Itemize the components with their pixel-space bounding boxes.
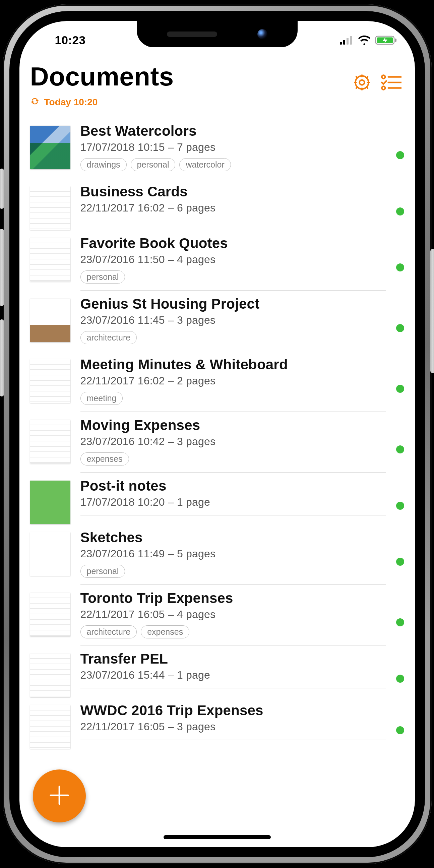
- document-content: Sketches23/07/2016 11:49 – 5 pagesperson…: [81, 529, 386, 585]
- tag-list: meeting: [81, 392, 386, 405]
- document-row[interactable]: Toronto Trip Expenses22/11/2017 16:05 – …: [20, 585, 415, 646]
- sync-status-dot: [396, 324, 404, 332]
- svg-point-7: [359, 80, 364, 85]
- svg-point-8: [355, 76, 368, 89]
- document-list[interactable]: Best Watercolors17/07/2018 10:15 – 7 pag…: [20, 118, 415, 847]
- document-row[interactable]: Transfer PEL23/07/2016 15:44 – 1 page: [20, 646, 415, 697]
- document-row[interactable]: Best Watercolors17/07/2018 10:15 – 7 pag…: [20, 118, 415, 178]
- document-thumbnail: [30, 653, 70, 697]
- sync-status-dot: [396, 151, 404, 159]
- document-row[interactable]: Moving Expenses23/07/2016 10:42 – 3 page…: [20, 412, 415, 472]
- tag-chip[interactable]: drawings: [81, 158, 127, 171]
- sync-status-dot: [396, 385, 404, 393]
- document-row[interactable]: WWDC 2016 Trip Expenses22/11/2017 16:05 …: [20, 697, 415, 749]
- add-document-button[interactable]: [33, 770, 86, 823]
- sync-status-dot: [396, 264, 404, 272]
- document-thumbnail: [30, 420, 70, 464]
- svg-point-12: [382, 86, 385, 90]
- document-meta: 17/07/2018 10:20 – 1 page: [81, 496, 386, 508]
- document-thumbnail: [30, 593, 70, 637]
- document-meta: 23/07/2016 11:49 – 5 pages: [81, 548, 386, 560]
- document-title: Meeting Minutes & Whiteboard: [81, 356, 386, 373]
- tag-chip[interactable]: watercolor: [179, 158, 230, 171]
- document-content: Meeting Minutes & Whiteboard22/11/2017 1…: [81, 356, 386, 412]
- tag-chip[interactable]: architecture: [81, 331, 137, 344]
- sync-status-dot: [396, 675, 404, 683]
- svg-rect-2: [346, 38, 348, 44]
- document-content: Transfer PEL23/07/2016 15:44 – 1 page: [81, 651, 386, 688]
- tag-chip[interactable]: expenses: [141, 625, 189, 639]
- sync-status-dot: [396, 558, 404, 566]
- tag-chip[interactable]: personal: [81, 271, 125, 283]
- document-row[interactable]: Favorite Book Quotes23/07/2016 11:50 – 4…: [20, 230, 415, 290]
- home-indicator: [163, 835, 271, 839]
- side-button: [0, 319, 4, 397]
- document-meta: 22/11/2017 16:02 – 2 pages: [81, 375, 386, 387]
- svg-rect-3: [350, 36, 352, 44]
- document-title: Post-it notes: [81, 478, 386, 494]
- svg-rect-6: [395, 38, 397, 42]
- tag-chip[interactable]: personal: [81, 565, 125, 578]
- tag-list: architecture: [81, 331, 386, 344]
- document-title: Genius St Housing Project: [81, 296, 386, 312]
- document-title: Best Watercolors: [81, 123, 386, 139]
- settings-button[interactable]: [352, 73, 371, 92]
- sync-status-dot: [396, 726, 404, 734]
- document-meta: 22/11/2017 16:02 – 6 pages: [81, 202, 386, 214]
- sync-label: Today 10:20: [44, 97, 98, 107]
- document-meta: 22/11/2017 16:05 – 4 pages: [81, 608, 386, 621]
- tag-chip[interactable]: meeting: [81, 392, 123, 405]
- document-title: Toronto Trip Expenses: [81, 590, 386, 606]
- document-meta: 23/07/2016 15:44 – 1 page: [81, 669, 386, 681]
- document-thumbnail: [30, 705, 70, 749]
- svg-rect-1: [343, 40, 345, 44]
- tag-chip[interactable]: expenses: [81, 453, 129, 465]
- document-row[interactable]: Sketches23/07/2016 11:49 – 5 pagesperson…: [20, 524, 415, 585]
- document-meta: 22/11/2017 16:05 – 3 pages: [81, 720, 386, 733]
- document-thumbnail: [30, 359, 70, 403]
- cellular-icon: [340, 36, 353, 44]
- document-thumbnail: [30, 480, 70, 524]
- document-title: Favorite Book Quotes: [81, 235, 386, 251]
- document-row[interactable]: Meeting Minutes & Whiteboard22/11/2017 1…: [20, 351, 415, 412]
- document-content: Favorite Book Quotes23/07/2016 11:50 – 4…: [81, 235, 386, 290]
- document-thumbnail: [30, 238, 70, 281]
- view-options-button[interactable]: [381, 73, 402, 92]
- battery-icon: [375, 35, 397, 45]
- document-content: WWDC 2016 Trip Expenses22/11/2017 16:05 …: [81, 703, 386, 740]
- document-row[interactable]: Business Cards22/11/2017 16:02 – 6 pages: [20, 178, 415, 230]
- wifi-icon: [358, 35, 371, 45]
- document-content: Moving Expenses23/07/2016 10:42 – 3 page…: [81, 417, 386, 472]
- tag-list: personal: [81, 271, 386, 283]
- tag-chip[interactable]: architecture: [81, 625, 137, 639]
- document-title: Sketches: [81, 529, 386, 546]
- tag-list: personal: [81, 565, 386, 578]
- sync-status-dot: [396, 618, 404, 626]
- side-button: [430, 249, 434, 373]
- tag-list: drawingspersonalwatercolor: [81, 158, 386, 171]
- document-meta: 23/07/2016 10:42 – 3 pages: [81, 435, 386, 448]
- status-time: 10:23: [55, 33, 86, 47]
- document-thumbnail: [30, 126, 70, 169]
- sync-status[interactable]: Today 10:20: [20, 95, 415, 118]
- document-content: Business Cards22/11/2017 16:02 – 6 pages: [81, 184, 386, 221]
- sync-status-dot: [396, 445, 404, 454]
- svg-rect-0: [340, 42, 342, 44]
- page-title: Documents: [30, 61, 174, 92]
- document-thumbnail: [30, 299, 70, 342]
- phone-frame: 10:23: [3, 4, 432, 864]
- document-title: WWDC 2016 Trip Expenses: [81, 703, 386, 718]
- document-row[interactable]: Post-it notes17/07/2018 10:20 – 1 page: [20, 472, 415, 524]
- document-title: Moving Expenses: [81, 417, 386, 433]
- document-meta: 23/07/2016 11:45 – 3 pages: [81, 314, 386, 327]
- device-notch: [137, 21, 298, 47]
- document-meta: 17/07/2018 10:15 – 7 pages: [81, 141, 386, 154]
- document-content: Best Watercolors17/07/2018 10:15 – 7 pag…: [81, 123, 386, 178]
- tag-chip[interactable]: personal: [131, 158, 176, 171]
- document-content: Genius St Housing Project23/07/2016 11:4…: [81, 296, 386, 351]
- svg-point-9: [382, 75, 385, 79]
- document-row[interactable]: Genius St Housing Project23/07/2016 11:4…: [20, 290, 415, 351]
- document-title: Business Cards: [81, 184, 386, 200]
- plus-icon: [48, 783, 71, 808]
- document-thumbnail: [30, 532, 70, 576]
